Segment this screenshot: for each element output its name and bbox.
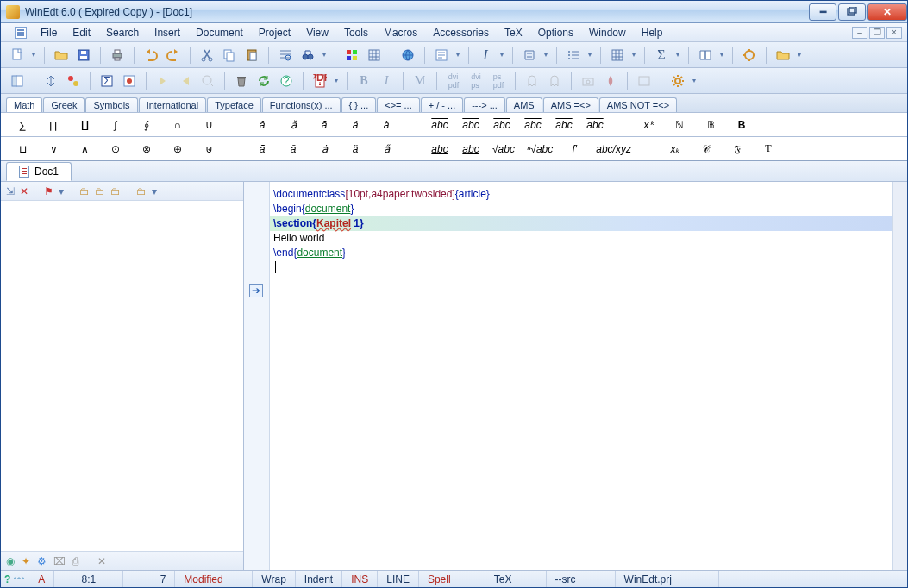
pspdf-button[interactable]: pspdf [489, 72, 508, 91]
italic-dropdown[interactable]: ▾ [498, 51, 505, 59]
section-dropdown[interactable]: ▾ [454, 51, 461, 59]
open-button[interactable] [52, 46, 71, 65]
ghost2-button[interactable] [545, 72, 564, 91]
tab-ams[interactable]: AMS [506, 97, 542, 112]
tab-relations[interactable]: <>= ... [377, 97, 420, 112]
sigma-button[interactable]: Σ [652, 46, 671, 65]
mdi-close[interactable]: × [886, 27, 902, 39]
list-dropdown[interactable]: ▾ [586, 51, 593, 59]
sym-bbN[interactable]: ℕ [670, 119, 689, 131]
sym-ddot[interactable]: ä [346, 143, 365, 155]
tool-button[interactable] [740, 46, 759, 65]
sigma-box-button[interactable]: Σ [97, 72, 116, 91]
mdi-minimize[interactable]: – [852, 27, 867, 39]
globe-button[interactable] [398, 46, 417, 65]
matrix-dropdown[interactable]: ▾ [630, 51, 637, 59]
minimize-button[interactable]: ━ [809, 3, 836, 21]
pdf-dropdown[interactable]: ▾ [333, 77, 340, 84]
tab-ams-eq[interactable]: AMS =<> [543, 97, 598, 112]
sym-cup[interactable]: ∪ [199, 119, 218, 131]
tree-body[interactable] [1, 201, 243, 551]
sym-prime[interactable]: f′ [565, 143, 584, 155]
menu-macros[interactable]: Macros [377, 25, 424, 41]
sym-odot[interactable]: ⊙ [106, 143, 125, 155]
sigma-dropdown[interactable]: ▾ [674, 51, 681, 59]
book-button[interactable] [696, 46, 715, 65]
status-ins[interactable]: INS [342, 571, 378, 587]
tree-close-icon[interactable]: ✕ [20, 185, 28, 197]
m-button[interactable]: M [410, 72, 429, 91]
tree-btn5-icon[interactable]: ⎙ [72, 555, 78, 567]
compile-button[interactable] [120, 72, 139, 91]
tab-symbols[interactable]: Symbols [85, 97, 137, 112]
sym-check[interactable]: ǎ [284, 119, 303, 131]
find-dropdown[interactable]: ▾ [321, 51, 328, 59]
sym-overline[interactable]: abc [554, 119, 573, 131]
status-tex[interactable]: TeX [460, 571, 547, 587]
tab-braces[interactable]: { } ... [341, 97, 377, 112]
tree-dropdown2-icon[interactable]: ▾ [152, 185, 157, 197]
sym-breve[interactable]: ă [315, 119, 334, 131]
menu-window[interactable]: Window [582, 25, 633, 41]
status-project[interactable]: WinEdt.prj [616, 571, 719, 587]
sym-dacute[interactable]: a̋ [377, 143, 396, 155]
tree-btn2-icon[interactable]: ✦ [22, 555, 30, 567]
tab-functions[interactable]: Functions(x) ... [262, 97, 341, 112]
status-help-icon[interactable]: ? [1, 573, 14, 585]
gather-button[interactable] [41, 72, 60, 91]
print-button[interactable] [108, 46, 127, 65]
sym-uplus[interactable]: ⊎ [199, 143, 218, 155]
tree-folder1-icon[interactable]: 🗀 [79, 185, 90, 197]
pdf-button[interactable]: PDF [310, 72, 329, 91]
tab-typeface[interactable]: Typeface [207, 97, 261, 112]
sym-hat[interactable]: â [253, 119, 272, 131]
paste-button[interactable] [242, 46, 261, 65]
tree-delete-icon[interactable]: ✕ [97, 555, 106, 567]
sym-rm[interactable]: T [759, 142, 778, 155]
tree-btn1-icon[interactable]: ◉ [6, 555, 15, 567]
sym-calC[interactable]: 𝒞 [697, 143, 716, 155]
maximize-button[interactable] [838, 3, 866, 21]
tree-toggle-button[interactable] [8, 72, 27, 91]
ital2-button[interactable]: I [377, 72, 396, 91]
save-button[interactable] [74, 46, 93, 65]
gear-button[interactable] [668, 72, 687, 91]
sym-otimes[interactable]: ⊗ [137, 143, 156, 155]
sym-prod[interactable]: ∏ [44, 119, 63, 131]
sym-frakF[interactable]: 𝔉 [728, 143, 747, 155]
menu-accessories[interactable]: Accessories [426, 25, 496, 41]
vertical-scrollbar[interactable] [892, 182, 907, 570]
tab-arrows[interactable]: ---> ... [464, 97, 505, 112]
yap-button[interactable] [635, 72, 654, 91]
sym-overbrace[interactable]: abc [586, 119, 604, 131]
menu-help[interactable]: Help [635, 25, 670, 41]
menu-search[interactable]: Search [99, 25, 146, 41]
sym-tilde[interactable]: ã [253, 143, 272, 155]
mdi-restore[interactable]: ❐ [869, 27, 885, 39]
table-button[interactable] [365, 46, 384, 65]
tree-folder3-icon[interactable]: 🗀 [110, 185, 121, 197]
tree-flag-icon[interactable]: ⚑ [44, 185, 53, 197]
section-button[interactable] [432, 46, 451, 65]
menu-options[interactable]: Options [531, 25, 580, 41]
book-dropdown[interactable]: ▾ [718, 51, 725, 59]
sym-sqrtn[interactable]: ⁿ√abc [527, 143, 553, 155]
matrix-button[interactable] [608, 46, 627, 65]
editor[interactable]: \documentclass[10pt,a4paper,twosided]{ar… [270, 182, 892, 570]
sym-bbB[interactable]: 𝔹 [701, 119, 720, 131]
sym-oint[interactable]: ∮ [137, 119, 156, 131]
tree-btn3-icon[interactable]: ⚙ [37, 555, 47, 567]
zoom-out-button[interactable] [198, 72, 217, 91]
sym-overrightarrow[interactable]: abc [523, 119, 542, 131]
recycle-button[interactable] [254, 72, 273, 91]
menu-edit[interactable]: Edit [66, 25, 97, 41]
dvipdf-button[interactable]: dvipdf [444, 72, 463, 91]
menu-view[interactable]: View [299, 25, 335, 41]
new-dropdown[interactable]: ▾ [30, 51, 37, 59]
folder2-button[interactable] [773, 46, 792, 65]
acrobat-button[interactable] [601, 72, 620, 91]
sym-acute[interactable]: á [346, 119, 365, 131]
bold-button[interactable]: B [354, 72, 373, 91]
menu-insert[interactable]: Insert [147, 25, 187, 41]
env-button[interactable] [520, 46, 539, 65]
